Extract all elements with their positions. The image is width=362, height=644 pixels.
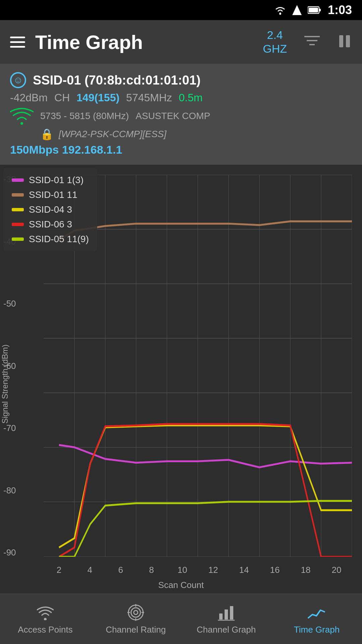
security: [WPA2-PSK-CCMP][ESS] [59, 129, 167, 140]
x-axis-title: Scan Count [158, 580, 204, 590]
svg-rect-40 [230, 606, 233, 620]
y-label-70: -70 [3, 424, 16, 432]
main-content: Time Graph 2.4 GHZ ☺ SSID-01 (70:8b:cd:0… [0, 20, 362, 594]
y-label-90: -90 [3, 548, 16, 557]
x-axis-labels: 2 4 6 8 10 12 14 16 18 20 [44, 565, 352, 575]
nav-label-time-graph: Time Graph [294, 625, 340, 635]
legend-color-2 [12, 208, 24, 211]
wifi-status-icon [274, 5, 286, 15]
frequency-badge[interactable]: 2.4 GHZ [263, 28, 287, 56]
network-info-panel: ☺ SSID-01 (70:8b:cd:01:01:01) -42dBm CH … [0, 64, 362, 165]
page-title: Time Graph [35, 31, 253, 53]
svg-rect-4 [309, 8, 318, 12]
x-label-12: 12 [198, 565, 229, 575]
network-info-line3: 5735 - 5815 (80MHz) ASUSTEK COMP [10, 107, 352, 125]
nav-label-channel-graph: Channel Graph [197, 625, 256, 635]
legend-color-0 [12, 178, 24, 182]
ch-value: 149(155) [76, 92, 119, 104]
network-info-line2: -42dBm CH 149(155) 5745MHz 0.5m [10, 92, 352, 104]
svg-rect-8 [339, 35, 343, 47]
nav-item-channel-rating[interactable]: Channel Rating [90, 603, 181, 635]
svg-point-32 [131, 608, 140, 617]
target-nav-icon [127, 603, 145, 622]
svg-rect-3 [319, 9, 321, 11]
legend-label-0: SSID-01 1(3) [29, 175, 83, 185]
legend-label-2: SSID-04 3 [29, 204, 72, 215]
legend-item-2: SSID-04 3 [12, 204, 89, 215]
status-icons [274, 5, 321, 15]
app-bar: Time Graph 2.4 GHZ [0, 20, 362, 64]
legend-item-3: SSID-06 3 [12, 219, 89, 230]
svg-point-33 [134, 610, 138, 614]
chart-legend: SSID-01 1(3) SSID-01 11 SSID-04 3 SSID-0… [3, 168, 97, 251]
nav-label-access-points: Access Points [18, 625, 72, 635]
x-label-20: 20 [321, 565, 352, 575]
nav-item-channel-graph[interactable]: Channel Graph [181, 603, 272, 635]
x-label-2: 2 [44, 565, 74, 575]
chart-container: SSID-01 1(3) SSID-01 11 SSID-04 3 SSID-0… [0, 165, 362, 594]
x-label-8: 8 [136, 565, 167, 575]
nav-item-access-points[interactable]: Access Points [0, 603, 90, 635]
pause-button[interactable] [337, 34, 352, 50]
svg-rect-9 [346, 35, 350, 47]
y-label-80: -80 [3, 486, 16, 495]
status-time: 1:03 [328, 3, 352, 17]
legend-label-4: SSID-05 11(9) [29, 234, 89, 245]
network-info-line4: 🔒 [WPA2-PSK-CCMP][ESS] [10, 128, 352, 141]
legend-label-1: SSID-01 11 [29, 190, 77, 200]
wifi-nav-icon [36, 603, 55, 622]
menu-button[interactable] [10, 37, 25, 48]
speed-ip: 150Mbps 192.168.1.1 [10, 143, 122, 156]
nav-item-time-graph[interactable]: Time Graph [272, 603, 362, 635]
svg-marker-1 [292, 5, 302, 15]
battery-status-icon [308, 6, 321, 14]
freq-range: 5735 - 5815 (80MHz) [40, 111, 129, 121]
status-bar: 1:03 [0, 0, 362, 20]
legend-color-4 [12, 237, 24, 241]
legend-color-1 [12, 193, 24, 197]
vendor: ASUSTEK COMP [136, 111, 210, 121]
ch-label: CH [54, 92, 70, 104]
svg-point-10 [20, 122, 23, 125]
line-chart-nav-icon [308, 603, 326, 622]
svg-rect-41 [218, 605, 219, 606]
network-info-line1: ☺ SSID-01 (70:8b:cd:01:01:01) [10, 72, 352, 88]
x-label-14: 14 [229, 565, 259, 575]
x-label-16: 16 [259, 565, 290, 575]
distance: 0.5m [179, 92, 202, 104]
x-label-6: 6 [105, 565, 136, 575]
legend-item-4: SSID-05 11(9) [12, 234, 89, 245]
svg-point-0 [279, 13, 281, 15]
network-info-line5: 150Mbps 192.168.1.1 [10, 143, 352, 156]
svg-point-30 [44, 618, 47, 620]
bar-chart-nav-icon [217, 603, 236, 622]
lock-icon: 🔒 [40, 128, 54, 141]
legend-color-3 [12, 223, 24, 226]
nav-label-channel-rating: Channel Rating [106, 625, 166, 635]
legend-item-0: SSID-01 1(3) [12, 175, 89, 185]
signal-status-icon [292, 5, 302, 15]
freq-mhz: 5745MHz [126, 92, 172, 104]
legend-item-1: SSID-01 11 [12, 190, 89, 200]
ssid-name: SSID-01 (70:8b:cd:01:01:01) [33, 73, 201, 88]
svg-rect-39 [225, 609, 228, 620]
x-label-10: 10 [167, 565, 198, 575]
x-label-18: 18 [290, 565, 321, 575]
x-label-4: 4 [74, 565, 105, 575]
legend-label-3: SSID-06 3 [29, 219, 72, 230]
wifi-signal-icon [10, 107, 34, 125]
svg-rect-38 [219, 613, 223, 620]
smiley-icon: ☺ [10, 72, 26, 88]
signal-dbm: -42dBm [10, 92, 48, 104]
y-axis-title: Signal Strength (dBm) [0, 344, 10, 423]
bottom-nav: Access Points Channel Rating [0, 594, 362, 644]
filter-button[interactable] [304, 34, 320, 50]
y-label-50: -50 [3, 299, 16, 308]
